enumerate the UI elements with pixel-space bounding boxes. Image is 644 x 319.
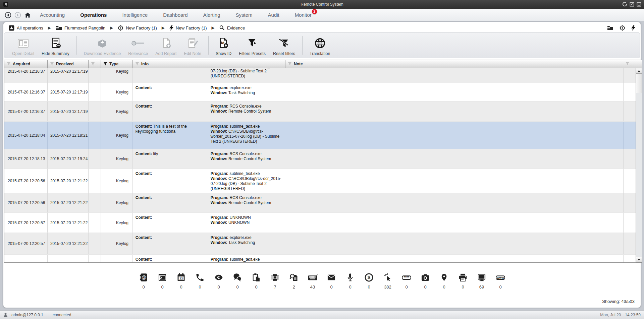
cell-type: Keylog bbox=[101, 83, 133, 101]
breadcrumb-operation[interactable]: Flummoxed Pangolin bbox=[56, 25, 105, 30]
counter-value: 0 bbox=[199, 284, 201, 290]
counter-photo[interactable]: 0 bbox=[416, 273, 435, 290]
counter-device[interactable]: 7 bbox=[266, 273, 284, 290]
table-row[interactable]: 2015-07-20 12:20:56 2015-07-20 12:21:22 … bbox=[4, 169, 636, 193]
counter-file[interactable]: 2 bbox=[284, 273, 303, 290]
translation-button[interactable]: Translation bbox=[306, 35, 334, 56]
counter-addressbook[interactable]: @ 0 bbox=[134, 273, 153, 290]
cell-content: Content: bbox=[133, 169, 207, 193]
counter-calendar[interactable]: 12 0 bbox=[172, 273, 191, 290]
column-type[interactable]: Type bbox=[101, 60, 133, 68]
menu-monitor[interactable]: Monitor2 bbox=[295, 12, 312, 18]
menu-alerting[interactable]: Alerting bbox=[203, 12, 220, 18]
relevance-button[interactable]: Relevance bbox=[124, 35, 152, 56]
column-note[interactable]: Note bbox=[285, 60, 624, 68]
counter-keylog[interactable]: 43 bbox=[303, 273, 322, 290]
table-row[interactable]: 2015-07-20 12:18:13 2015-07-20 12:19:24 … bbox=[4, 149, 636, 169]
counter-value: 0 bbox=[180, 284, 182, 290]
window-label: Window: bbox=[211, 240, 227, 245]
refresh-icon[interactable] bbox=[622, 2, 627, 7]
counter-application[interactable]: 0 bbox=[153, 273, 172, 290]
counter-camera[interactable]: 0 bbox=[209, 273, 228, 290]
forward-icon[interactable] bbox=[14, 12, 21, 18]
folder-icon[interactable] bbox=[607, 25, 613, 30]
counter-call[interactable]: 0 bbox=[191, 273, 209, 290]
filter-icon[interactable] bbox=[91, 62, 95, 66]
counter-chat[interactable]: 0 bbox=[228, 273, 247, 290]
breadcrumb-all-operations[interactable]: All operations bbox=[9, 25, 43, 31]
counter-clipboard[interactable]: 0 bbox=[247, 273, 266, 290]
open-detail-button[interactable]: Open Detail bbox=[8, 35, 38, 56]
vertical-scrollbar[interactable] bbox=[636, 68, 642, 262]
clipboard-icon bbox=[252, 273, 261, 282]
column-received[interactable]: Received bbox=[48, 60, 89, 68]
counter-mail[interactable]: 0 bbox=[322, 273, 341, 290]
download-evidence-button[interactable]: Download Evidence bbox=[80, 35, 125, 56]
calendar-icon: 12 bbox=[176, 273, 186, 282]
breadcrumb-target[interactable]: New Factory (1) bbox=[118, 25, 157, 31]
table-row-selected[interactable]: 2015-07-20 12:18:04 2015-07-20 12:18:21 … bbox=[4, 122, 636, 149]
show-id-button[interactable]: id Show ID bbox=[212, 35, 235, 56]
svg-text:****: **** bbox=[404, 275, 410, 279]
menu-intelligence[interactable]: Intelligence bbox=[122, 12, 148, 18]
menu-dashboard[interactable]: Dashboard bbox=[163, 12, 187, 18]
counter-position[interactable]: 0 bbox=[435, 273, 453, 290]
edit-note-button[interactable]: Edit Note bbox=[180, 35, 205, 56]
column-more[interactable]: ... bbox=[624, 60, 636, 68]
filter-icon[interactable] bbox=[288, 62, 292, 66]
column-acquired[interactable]: Acquired bbox=[4, 60, 48, 68]
table-row[interactable]: 2015-07-20 12:16:37 2015-07-20 12:17:19 … bbox=[4, 102, 636, 122]
translation-globe-icon bbox=[314, 36, 326, 51]
filter-icon[interactable] bbox=[7, 62, 11, 66]
table-row[interactable]: Content: Program: sublime_text.exe bbox=[4, 255, 636, 262]
back-icon[interactable] bbox=[5, 12, 11, 18]
counter-password[interactable]: **** 0 bbox=[397, 273, 416, 290]
reset-filters-button[interactable]: Reset filters bbox=[269, 35, 299, 56]
table-row[interactable]: 2015-07-20 12:16:37 2015-07-20 12:17:19 … bbox=[4, 83, 636, 102]
toolbar-separator bbox=[76, 36, 77, 55]
breadcrumb-agent[interactable]: New Factory (1) bbox=[169, 25, 207, 31]
cell-more bbox=[624, 169, 636, 193]
menu-system[interactable]: System bbox=[236, 12, 253, 18]
cell-program: Program: explorer.exe Window: Task Switc… bbox=[207, 233, 285, 254]
menu-accounting[interactable]: Accounting bbox=[40, 12, 65, 18]
filter-active-icon[interactable] bbox=[103, 62, 107, 66]
menu-audit[interactable]: Audit bbox=[268, 12, 279, 18]
column-info[interactable]: Info bbox=[133, 60, 285, 68]
agent-icon[interactable] bbox=[631, 25, 635, 31]
hide-summary-button[interactable]: Hide Summary bbox=[38, 35, 73, 56]
filters-presets-button[interactable]: Filters Presets bbox=[235, 35, 269, 56]
cell-note bbox=[285, 169, 624, 193]
add-report-button[interactable]: Add Report bbox=[152, 35, 180, 56]
table-row[interactable]: 2015-07-20 12:16:37 2015-07-20 12:17:19 … bbox=[4, 68, 636, 83]
file-search-icon bbox=[289, 273, 299, 282]
counter-print[interactable]: 0 bbox=[453, 273, 472, 290]
content-label: Content: bbox=[136, 235, 152, 240]
column-relevance[interactable] bbox=[89, 60, 101, 68]
counter-url[interactable]: www 0 bbox=[491, 273, 510, 290]
counter-money[interactable]: $ 0 bbox=[360, 273, 378, 290]
home-icon[interactable] bbox=[24, 12, 31, 18]
table-row[interactable]: 2015-07-20 12:20:57 2015-07-20 12:21:22 … bbox=[4, 213, 636, 233]
minimize-icon[interactable] bbox=[637, 2, 641, 7]
scrollbar-thumb[interactable] bbox=[636, 74, 642, 93]
program-value: RCS Console.exe bbox=[229, 195, 261, 200]
scroll-down-button[interactable] bbox=[636, 257, 642, 262]
scroll-up-button[interactable] bbox=[636, 68, 642, 74]
counter-mic[interactable]: 0 bbox=[341, 273, 360, 290]
cell-type: Keylog bbox=[101, 193, 133, 212]
breadcrumb-evidence[interactable]: Evidence bbox=[219, 25, 245, 30]
counter-screenshot[interactable]: 69 bbox=[472, 273, 491, 290]
filter-icon[interactable] bbox=[50, 62, 54, 66]
counter-mouse[interactable]: 382 bbox=[378, 273, 397, 290]
cell-program: Program: RCS Console.exe Window: Remote … bbox=[207, 149, 285, 169]
restore-window-icon[interactable] bbox=[630, 2, 634, 7]
table-row[interactable]: 2015-07-20 12:20:57 2015-07-20 12:21:22 … bbox=[4, 233, 636, 255]
filter-icon[interactable] bbox=[626, 62, 629, 66]
cell-more bbox=[624, 255, 636, 262]
filter-icon[interactable] bbox=[135, 62, 139, 66]
menu-operations[interactable]: Operations bbox=[80, 12, 107, 18]
target-icon[interactable] bbox=[620, 25, 625, 31]
cell-received: 2015-07-20 12:17:19 bbox=[48, 68, 89, 83]
table-row[interactable]: 2015-07-20 12:20:56 2015-07-20 12:21:22 … bbox=[4, 193, 636, 213]
